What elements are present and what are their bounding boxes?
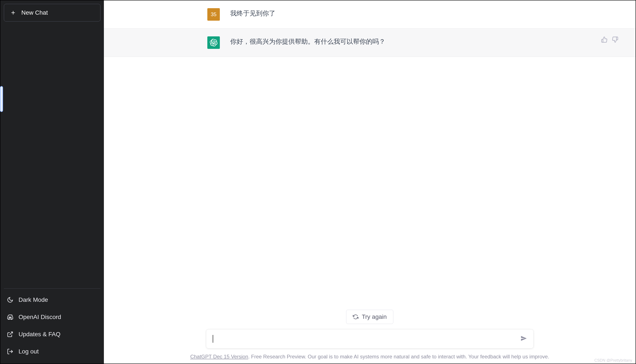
send-icon xyxy=(520,335,527,342)
sidebar-item-label: OpenAI Discord xyxy=(19,314,61,320)
version-link[interactable]: ChatGPT Dec 15 Version xyxy=(190,354,248,360)
footer-note: ChatGPT Dec 15 Version. Free Research Pr… xyxy=(104,354,635,360)
sidebar-item-log-out[interactable]: Log out xyxy=(4,343,100,360)
new-chat-button[interactable]: New Chat xyxy=(4,4,100,22)
watermark: CSDN @Prettybritany xyxy=(594,358,632,363)
send-button[interactable] xyxy=(520,335,527,342)
assistant-message-text: 你好，很高兴为你提供帮助。有什么我可以帮你的吗？ xyxy=(230,36,385,49)
main-panel: 35 我终于见到你了 你好，很高兴为你提供帮助。有什么我可以帮你的吗？ Try … xyxy=(104,0,635,364)
footer-note-suffix: . Free Research Preview. Our goal is to … xyxy=(248,354,549,360)
thumbs-up-icon[interactable] xyxy=(601,36,607,43)
plus-icon xyxy=(10,10,16,16)
feedback-buttons xyxy=(601,36,618,49)
sidebar-item-label: Dark Mode xyxy=(19,296,48,303)
conversation-scroll[interactable]: 35 我终于见到你了 你好，很高兴为你提供帮助。有什么我可以帮你的吗？ xyxy=(104,0,635,310)
message-row-user: 35 我终于见到你了 xyxy=(104,0,635,28)
sidebar-spacer xyxy=(4,22,100,288)
discord-icon xyxy=(7,314,13,320)
sidebar-item-label: Log out xyxy=(19,348,39,355)
input-caret xyxy=(213,335,213,343)
sidebar-item-dark-mode[interactable]: Dark Mode xyxy=(4,291,100,308)
try-again-button[interactable]: Try again xyxy=(346,310,393,324)
sidebar-item-updates-faq[interactable]: Updates & FAQ xyxy=(4,326,100,343)
external-link-icon xyxy=(7,331,13,338)
sidebar-footer: Dark Mode OpenAI Discord Updates & FAQ L… xyxy=(4,288,100,360)
logout-icon xyxy=(7,348,13,355)
user-message-text: 我终于见到你了 xyxy=(230,8,275,21)
new-chat-label: New Chat xyxy=(21,9,48,16)
sidebar-item-discord[interactable]: OpenAI Discord xyxy=(4,308,100,326)
svg-line-2 xyxy=(10,332,13,335)
bottom-area: Try again ChatGPT Dec 15 Version. Free R… xyxy=(104,310,635,364)
sidebar-item-label: Updates & FAQ xyxy=(19,331,61,338)
user-avatar: 35 xyxy=(207,8,220,21)
refresh-icon xyxy=(353,314,358,320)
thumbs-down-icon[interactable] xyxy=(612,36,618,43)
sidebar-resize-handle[interactable] xyxy=(0,86,3,112)
sidebar: New Chat Dark Mode OpenAI Discord Update… xyxy=(1,0,104,364)
try-again-label: Try again xyxy=(362,314,387,320)
moon-icon xyxy=(7,296,13,303)
message-row-assistant: 你好，很高兴为你提供帮助。有什么我可以帮你的吗？ xyxy=(104,28,635,57)
user-avatar-text: 35 xyxy=(211,12,217,18)
assistant-avatar xyxy=(207,36,220,49)
openai-logo-icon xyxy=(210,39,218,46)
message-input[interactable] xyxy=(206,329,534,348)
